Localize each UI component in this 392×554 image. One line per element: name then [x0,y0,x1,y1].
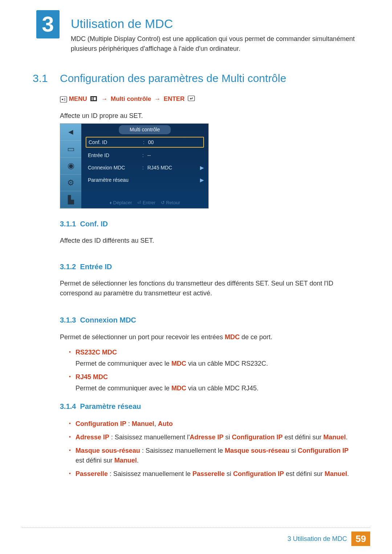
arrow-icon: → [101,95,107,102]
item-desc: Permet de communiquer avec le MDC via un… [75,383,356,393]
menu-path: MENU → Multi contrôle → ENTER [60,94,196,104]
osd-row-value: RJ45 MDC [147,164,200,172]
keyword: Masque sous-réseau [75,447,140,454]
subsection-heading: 3.1.1 Conf. ID [60,218,108,229]
keyword: Manuel [323,434,346,441]
subsection-title: Paramètre réseau [80,402,141,410]
list-item: Masque sous-réseau : Saisissez manuellem… [69,446,356,465]
osd-row-label: Paramètre réseau [88,176,142,184]
list-item: Adresse IP : Saisissez manuellement l'Ad… [69,432,356,442]
list-item: RJ45 MDC Permet de communiquer avec le M… [69,372,356,393]
list-item: Passerelle : Saisissez manuellement le P… [69,469,356,479]
svg-rect-3 [91,97,93,98]
keyword: Configuration IP [298,447,348,454]
osd-hint-label: Entrer [143,200,155,205]
subsection-title: Conf. ID [80,220,108,228]
subsection-number: 3.1.2 [60,263,76,271]
subsection-heading: 3.1.2 Entrée ID [60,261,112,272]
text: . [137,457,139,464]
keyword: Manuel [114,457,137,464]
text: via un câble MDC RS232C. [186,360,268,367]
osd-hint-move: ♦ [110,200,113,205]
osd-main: Multi contrôle Conf. ID : 00 Entrée ID :… [81,124,208,208]
osd-row: Connexion MDC : RJ45 MDC ▶ [88,162,204,173]
keyword: Configuration IP [232,434,283,441]
arrow-icon: → [154,95,160,102]
paragraph: Permet de sélectionner les fonctions du … [60,279,356,298]
svg-point-1 [62,99,63,100]
menu-icon [90,95,97,104]
svg-rect-6 [94,97,96,100]
svg-rect-0 [60,97,67,102]
menu-label: MENU [69,95,87,102]
osd-row: Paramètre réseau ▶ [88,175,204,185]
subsection-title: Entrée ID [80,263,112,271]
enter-label: ENTER [164,95,185,102]
subsection-number: 3.1.3 [60,316,76,324]
page-footer: 3 Utilisation de MDC 59 [287,532,370,546]
osd-footer: ♦ Déplacer ⏎ Entrer ↺ Retour [81,199,208,206]
text: , [154,420,158,427]
paragraph: Affecte des ID différents au SET. [60,236,356,246]
keyword: Adresse IP [190,434,224,441]
list-item: RS232C MDC Permet de communiquer avec le… [69,348,356,369]
text: Permet de communiquer avec le [75,385,171,392]
text: si [224,434,232,441]
subsection-heading: 3.1.4 Paramètre réseau [60,401,141,412]
footer-divider [22,528,370,528]
osd-side-icon: ◉ [60,157,81,175]
osd-colon: : [142,164,147,172]
text: . [347,470,349,477]
subsection-title: Connexion MDC [80,316,136,324]
osd-side-icon: ▭ [60,141,81,158]
osd-hint-enter: ⏎ [137,200,143,205]
footer-chapter: 3 Utilisation de MDC [287,534,347,544]
osd-hint-return: ↺ [161,200,166,205]
page-number: 59 [351,532,370,546]
osd-sidebar: ◄ ▭ ◉ ⚙ ▙ [60,124,81,208]
keyword: Masque sous-réseau [225,447,289,454]
subsection-number: 3.1.4 [60,402,76,410]
remote-icon [60,95,69,102]
osd-arrow-icon: ▶ [200,176,204,184]
osd-hint-label: Déplacer [113,200,132,205]
keyword: MDC [171,385,186,392]
osd-row-label: Connexion MDC [88,164,142,172]
chapter-title: Utilisation de MDC [71,15,173,33]
osd-hint-label: Retour [166,200,180,205]
chapter-badge: 3 [36,10,60,38]
osd-side-icon: ◄ [60,124,81,141]
text: Permet de communiquer avec le [75,360,171,367]
path-item: Multi contrôle [111,95,151,102]
osd-side-icon: ▙ [60,191,81,208]
paragraph: Affecte un ID propre au SET. [60,111,356,121]
osd-arrow-icon: ▶ [200,164,204,172]
osd-row-value: 00 [148,139,203,146]
osd-title: Multi contrôle [119,125,171,134]
text: si [289,447,298,454]
keyword: MDC [171,360,186,367]
osd-row-value: -- [147,152,204,159]
text: Permet de sélectionner un port pour rece… [60,333,225,341]
list-item: Configuration IP : Manuel, Auto [69,419,356,429]
osd-row-selected: Conf. ID : 00 [86,137,204,148]
osd-colon: : [142,152,147,159]
svg-rect-7 [188,96,195,101]
item-head: RJ45 MDC [75,373,108,381]
text: : Saisissez manuellement le [108,470,192,477]
subsection-number: 3.1.1 [60,220,76,228]
text: : [126,420,132,427]
chapter-intro: MDC (Multiple Display Control) est une a… [71,34,356,54]
text: : Saisissez manuellement le [140,447,225,454]
svg-rect-4 [91,98,93,99]
paragraph: Permet de sélectionner un port pour rece… [60,332,356,342]
osd-row: Entrée ID : -- [88,150,204,161]
enter-icon [188,95,195,104]
item-desc: Permet de communiquer avec le MDC via un… [75,359,356,369]
keyword: Configuration IP [75,420,126,427]
keyword: Manuel [132,420,154,427]
text: via un câble MDC RJ45. [186,385,258,392]
osd-row-label: Entrée ID [88,152,142,159]
osd-colon: : [143,139,148,146]
item-head: RS232C MDC [75,349,117,356]
